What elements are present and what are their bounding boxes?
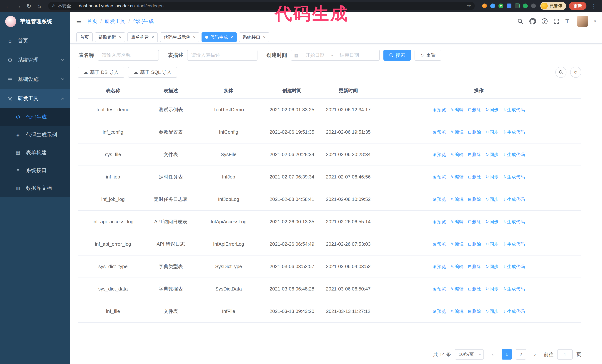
tab-系统接口[interactable]: 系统接口× bbox=[239, 32, 269, 42]
extension-icon-2[interactable] bbox=[490, 3, 495, 8]
sidebar-item-system-api[interactable]: ≡ 系统接口 bbox=[0, 161, 70, 179]
start-date-input[interactable] bbox=[300, 52, 330, 58]
generate-code-link[interactable]: ⇩生成代码 bbox=[503, 152, 525, 157]
generate-code-link[interactable]: ⇩生成代码 bbox=[503, 308, 525, 314]
extension-icon-3[interactable]: V bbox=[498, 3, 503, 8]
sync-link[interactable]: ↻同步 bbox=[485, 241, 498, 247]
sync-link[interactable]: ↻同步 bbox=[485, 152, 498, 157]
breadcrumb-home[interactable]: 首页 bbox=[87, 18, 97, 25]
generate-code-link[interactable]: ⇩生成代码 bbox=[503, 197, 525, 202]
forward-button[interactable]: → bbox=[14, 3, 23, 9]
date-range-picker[interactable]: ▦ - bbox=[291, 50, 380, 61]
page-button-1[interactable]: 1 bbox=[502, 349, 512, 360]
tab-close-icon[interactable]: × bbox=[193, 35, 196, 40]
update-button[interactable]: 更新 bbox=[569, 2, 586, 10]
user-avatar[interactable] bbox=[577, 16, 588, 27]
profile-chip[interactable]: 已暂停 bbox=[540, 2, 566, 10]
sidebar-item-form-builder[interactable]: ▦ 表单构建 bbox=[0, 144, 70, 161]
delete-link[interactable]: ⊟删除 bbox=[468, 264, 481, 270]
delete-link[interactable]: ⊟删除 bbox=[468, 241, 481, 247]
delete-link[interactable]: ⊟删除 bbox=[468, 197, 481, 202]
preview-link[interactable]: ◉预览 bbox=[433, 308, 446, 314]
delete-link[interactable]: ⊟删除 bbox=[468, 174, 481, 180]
table-name-input[interactable] bbox=[98, 50, 159, 61]
font-size-icon[interactable]: TT bbox=[565, 18, 571, 24]
delete-link[interactable]: ⊟删除 bbox=[468, 152, 481, 157]
edit-link[interactable]: ✎编辑 bbox=[451, 129, 463, 135]
address-bar[interactable]: ⚠ 不安全 dashboard.yudao.iocoder.cn /tool/c… bbox=[48, 2, 475, 10]
preview-link[interactable]: ◉预览 bbox=[433, 241, 446, 247]
sync-link[interactable]: ↻同步 bbox=[485, 308, 498, 314]
fullscreen-icon[interactable] bbox=[553, 18, 559, 24]
sidebar-item-system-management[interactable]: ⚙ 系统管理 bbox=[0, 50, 70, 70]
tab-close-icon[interactable]: × bbox=[119, 35, 121, 40]
import-db-button[interactable]: ☁ 基于 DB 导入 bbox=[78, 67, 124, 78]
page-size-select[interactable]: 10条/页 ▾ bbox=[455, 349, 484, 360]
sync-link[interactable]: ↻同步 bbox=[485, 174, 498, 180]
sidebar-item-codegen-example[interactable]: ◈ 代码生成示例 bbox=[0, 126, 70, 144]
edit-link[interactable]: ✎编辑 bbox=[451, 152, 463, 157]
sync-link[interactable]: ↻同步 bbox=[485, 107, 498, 113]
extension-icon-4[interactable] bbox=[507, 3, 511, 8]
generate-code-link[interactable]: ⇩生成代码 bbox=[503, 129, 525, 135]
reload-button[interactable]: ↻ bbox=[24, 3, 33, 9]
next-page-button[interactable]: › bbox=[530, 349, 540, 360]
browser-menu-icon[interactable]: ⋮ bbox=[589, 3, 598, 9]
sidebar-item-code-generation[interactable]: </> 代码生成 bbox=[0, 108, 70, 126]
edit-link[interactable]: ✎编辑 bbox=[451, 264, 463, 270]
sidebar-item-database-doc[interactable]: ▥ 数据库文档 bbox=[0, 179, 70, 197]
delete-link[interactable]: ⊟删除 bbox=[468, 219, 481, 225]
bookmark-star-icon[interactable]: ☆ bbox=[467, 3, 471, 9]
caret-down-icon[interactable]: ▾ bbox=[594, 19, 596, 24]
preview-link[interactable]: ◉预览 bbox=[433, 286, 446, 292]
refresh-table-button[interactable]: ↻ bbox=[570, 67, 581, 78]
toggle-search-button[interactable] bbox=[555, 67, 566, 78]
extension-icon-6[interactable] bbox=[523, 3, 528, 8]
tab-代码生成[interactable]: 代码生成× bbox=[202, 32, 237, 42]
sidebar-item-dev-tools[interactable]: ⚒ 研发工具 bbox=[0, 89, 70, 108]
tab-close-icon[interactable]: × bbox=[230, 35, 233, 40]
edit-link[interactable]: ✎编辑 bbox=[451, 219, 463, 225]
extension-icon-1[interactable] bbox=[482, 3, 487, 8]
preview-link[interactable]: ◉预览 bbox=[433, 174, 446, 180]
delete-link[interactable]: ⊟删除 bbox=[468, 107, 481, 113]
edit-link[interactable]: ✎编辑 bbox=[451, 107, 463, 113]
preview-link[interactable]: ◉预览 bbox=[433, 219, 446, 225]
search-button[interactable]: 搜索 bbox=[383, 50, 411, 61]
generate-code-link[interactable]: ⇩生成代码 bbox=[503, 107, 525, 113]
delete-link[interactable]: ⊟删除 bbox=[468, 308, 481, 314]
page-button-2[interactable]: 2 bbox=[516, 349, 526, 360]
search-icon[interactable] bbox=[517, 18, 524, 24]
extension-icon-7[interactable] bbox=[531, 3, 536, 8]
edit-link[interactable]: ✎编辑 bbox=[451, 197, 463, 202]
preview-link[interactable]: ◉预览 bbox=[433, 152, 446, 157]
end-date-input[interactable] bbox=[334, 52, 364, 58]
table-desc-input[interactable] bbox=[187, 50, 258, 61]
home-button[interactable]: ⌂ bbox=[35, 3, 44, 9]
sync-link[interactable]: ↻同步 bbox=[485, 264, 498, 270]
sync-link[interactable]: ↻同步 bbox=[485, 286, 498, 292]
preview-link[interactable]: ◉预览 bbox=[433, 129, 446, 135]
sync-link[interactable]: ↻同步 bbox=[485, 219, 498, 225]
edit-link[interactable]: ✎编辑 bbox=[451, 241, 463, 247]
generate-code-link[interactable]: ⇩生成代码 bbox=[503, 174, 525, 180]
generate-code-link[interactable]: ⇩生成代码 bbox=[503, 219, 525, 225]
reset-button[interactable]: ↻ 重置 bbox=[415, 50, 441, 61]
back-button[interactable]: ← bbox=[4, 3, 13, 9]
edit-link[interactable]: ✎编辑 bbox=[451, 286, 463, 292]
hamburger-menu-icon[interactable]: ≡ bbox=[76, 17, 81, 25]
tab-close-icon[interactable]: × bbox=[263, 35, 266, 40]
generate-code-link[interactable]: ⇩生成代码 bbox=[503, 241, 525, 247]
preview-link[interactable]: ◉预览 bbox=[433, 264, 446, 270]
edit-link[interactable]: ✎编辑 bbox=[451, 174, 463, 180]
extension-icon-5[interactable] bbox=[515, 3, 520, 8]
sidebar-item-infrastructure[interactable]: ▤ 基础设施 bbox=[0, 70, 70, 89]
tab-代码生成示例[interactable]: 代码生成示例× bbox=[160, 32, 199, 42]
delete-link[interactable]: ⊟删除 bbox=[468, 129, 481, 135]
github-icon[interactable] bbox=[529, 18, 536, 24]
sync-link[interactable]: ↻同步 bbox=[485, 129, 498, 135]
sync-link[interactable]: ↻同步 bbox=[485, 197, 498, 202]
preview-link[interactable]: ◉预览 bbox=[433, 197, 446, 202]
edit-link[interactable]: ✎编辑 bbox=[451, 308, 463, 314]
generate-code-link[interactable]: ⇩生成代码 bbox=[503, 264, 525, 270]
